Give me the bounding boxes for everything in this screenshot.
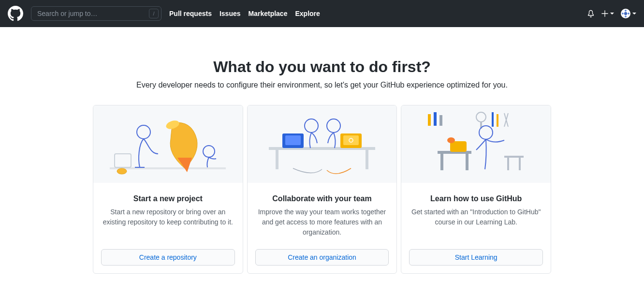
- avatar: [621, 9, 630, 18]
- card-title: Learn how to use GitHub: [409, 194, 543, 203]
- svg-rect-33: [507, 158, 509, 170]
- user-menu[interactable]: [621, 9, 636, 18]
- illustration-lamp: [93, 105, 243, 183]
- nav-issues[interactable]: Issues: [220, 10, 241, 17]
- svg-rect-28: [466, 154, 468, 170]
- github-mark-icon: [8, 6, 23, 21]
- card-title: Start a new project: [101, 194, 235, 203]
- svg-rect-7: [254, 105, 390, 183]
- nav-pull-requests[interactable]: Pull requests: [169, 10, 212, 17]
- svg-point-6: [117, 168, 127, 174]
- header-actions: [587, 9, 636, 18]
- svg-rect-32: [504, 156, 524, 158]
- svg-rect-27: [440, 154, 443, 170]
- global-header: / Pull requests Issues Marketplace Explo…: [0, 0, 644, 27]
- card-desc: Get started with an "Introduction to Git…: [409, 207, 543, 237]
- page-subtitle: Every developer needs to configure their…: [93, 81, 551, 89]
- card-start-project: Start a new project Start a new reposito…: [93, 105, 243, 274]
- svg-rect-9: [276, 150, 278, 169]
- svg-rect-34: [519, 158, 521, 170]
- illustration-team: [248, 105, 397, 183]
- primary-nav: Pull requests Issues Marketplace Explore: [169, 10, 328, 17]
- svg-rect-21: [439, 115, 442, 126]
- illustration-workshop: [401, 105, 551, 183]
- search-input[interactable]: [31, 6, 161, 21]
- start-learning-button[interactable]: Start Learning: [409, 249, 543, 266]
- card-desc: Improve the way your team works together…: [255, 207, 389, 237]
- card-desc: Start a new repository or bring over an …: [101, 207, 235, 237]
- caret-down-icon: [632, 13, 636, 15]
- svg-rect-14: [343, 135, 359, 145]
- page-title: What do you want to do first?: [93, 58, 551, 76]
- github-logo[interactable]: [8, 6, 23, 21]
- card-learn: Learn how to use GitHub Get started with…: [401, 105, 551, 274]
- create-organization-button[interactable]: Create an organization: [255, 249, 389, 266]
- svg-rect-24: [492, 112, 494, 127]
- create-repository-button[interactable]: Create a repository: [101, 249, 235, 266]
- notifications-button[interactable]: [587, 10, 595, 17]
- option-cards: Start a new project Start a new reposito…: [93, 105, 551, 274]
- svg-rect-25: [497, 114, 498, 127]
- svg-rect-10: [366, 150, 368, 169]
- nav-marketplace[interactable]: Marketplace: [249, 10, 288, 17]
- svg-rect-12: [285, 135, 301, 145]
- bell-icon: [587, 10, 595, 17]
- svg-point-30: [447, 137, 455, 143]
- plus-icon: [601, 10, 608, 17]
- search-wrap: /: [31, 6, 161, 21]
- card-collaborate: Collaborate with your team Improve the w…: [247, 105, 397, 274]
- create-menu[interactable]: [601, 10, 614, 17]
- card-title: Collaborate with your team: [255, 194, 389, 203]
- svg-rect-19: [428, 114, 431, 126]
- onboarding-main: What do you want to do first? Every deve…: [77, 27, 567, 293]
- svg-rect-20: [434, 112, 437, 126]
- nav-explore[interactable]: Explore: [295, 10, 320, 17]
- caret-down-icon: [610, 13, 614, 15]
